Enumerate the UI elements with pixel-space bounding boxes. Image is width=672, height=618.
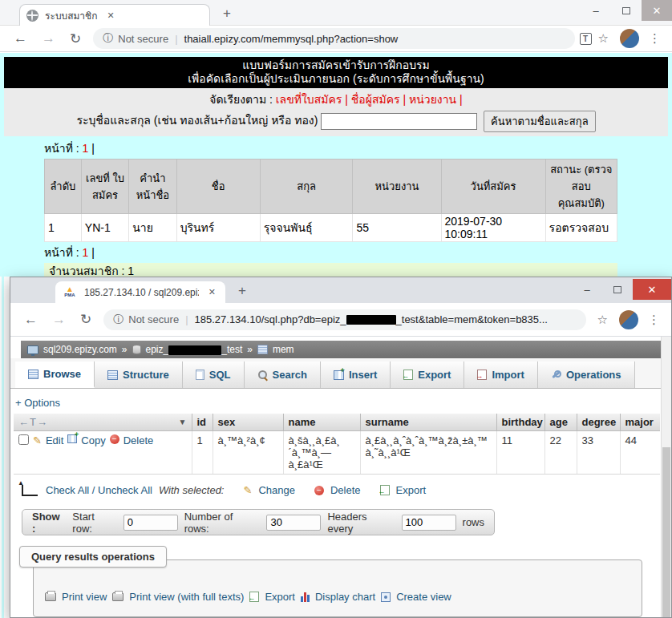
separator: |: [185, 313, 188, 325]
tab-search[interactable]: Search: [245, 362, 321, 388]
separator: |: [403, 93, 406, 106]
scrollbar-thumb[interactable]: [662, 447, 670, 617]
address-bar[interactable]: ⓘ Not secure | thaiall.epizy.com/memmysq…: [93, 28, 574, 49]
forward-icon[interactable]: →: [42, 30, 55, 46]
breadcrumb-database[interactable]: epiz__test: [146, 344, 243, 355]
row-checkbox[interactable]: [18, 434, 29, 445]
copy-icon: [67, 434, 77, 443]
tab-export[interactable]: Export: [391, 362, 464, 388]
close-button[interactable]: ✕: [642, 0, 672, 21]
tab-phpmyadmin[interactable]: ▲ PMA 185.27.134.10 / sql209.epizy.com ✕: [55, 281, 225, 303]
options-toggle[interactable]: + Options: [15, 397, 661, 409]
copy-link[interactable]: Copy: [81, 434, 105, 446]
maximize-button[interactable]: [611, 0, 642, 21]
tab-structure[interactable]: Structure: [95, 362, 183, 388]
sort-link-organization[interactable]: หน่วยงาน: [409, 93, 456, 106]
maximize-button[interactable]: [602, 279, 633, 300]
delete-link[interactable]: Delete: [123, 434, 154, 446]
minimize-button[interactable]: –: [581, 0, 611, 21]
delete-selected-link[interactable]: Delete: [330, 484, 361, 496]
print-view-link[interactable]: Print view: [62, 591, 107, 603]
edit-link[interactable]: Edit: [46, 434, 63, 446]
new-tab-button[interactable]: +: [223, 6, 231, 22]
tab-import[interactable]: Import: [464, 362, 537, 388]
check-all-link[interactable]: Check All / Uncheck All: [46, 484, 152, 496]
select-arrow-icon: [22, 485, 38, 496]
profile-avatar[interactable]: [619, 310, 638, 329]
url-text-suffix: _test&table=mem&token=b835...: [396, 313, 548, 325]
db-name-suffix: _test: [221, 344, 242, 355]
redaction-box: [346, 315, 396, 325]
headers-every-input[interactable]: [402, 515, 456, 531]
tab-close-icon[interactable]: ✕: [104, 10, 118, 22]
export-selected-link[interactable]: Export: [396, 484, 427, 496]
tab-label: Search: [273, 369, 307, 381]
page-number-link[interactable]: 1: [83, 142, 89, 155]
transpose-arrows-icon[interactable]: ←T→: [18, 416, 48, 428]
bookmark-star-icon[interactable]: ☆: [598, 31, 609, 46]
cell-actions: ✎ Edit Copy − Delete: [14, 431, 192, 475]
sort-descending-icon[interactable]: ▼: [179, 418, 187, 426]
info-icon[interactable]: ⓘ: [103, 31, 113, 46]
scrollbar[interactable]: [661, 337, 671, 617]
number-of-rows-input[interactable]: [266, 515, 321, 531]
cell-order: 1: [45, 214, 82, 242]
address-bar[interactable]: ⓘ Not secure | 185.27.134.10/sql.php?db=…: [103, 309, 585, 330]
col-birthday[interactable]: birthday: [496, 414, 544, 431]
col-surname[interactable]: surname: [360, 414, 496, 431]
bookmark-star-icon[interactable]: ☆: [597, 313, 608, 327]
sort-link-name[interactable]: ชื่อผู้สมัคร: [351, 93, 400, 106]
tab-strip: ระบบสมาชิก ✕ + – ✕: [0, 0, 672, 26]
translate-icon[interactable]: T: [580, 33, 592, 45]
breadcrumb-table[interactable]: mem: [273, 344, 294, 355]
search-input[interactable]: [321, 113, 477, 130]
phpmyadmin-page: sql209.epizy.com » epiz__test » mem Brow…: [10, 337, 661, 617]
minimize-button[interactable]: –: [572, 279, 602, 300]
tab-sql[interactable]: SQL: [183, 362, 245, 388]
page-number-link[interactable]: 1: [83, 246, 89, 259]
forward-icon[interactable]: →: [52, 312, 66, 328]
col-degree[interactable]: degree: [577, 414, 620, 431]
export-link[interactable]: Export: [265, 591, 295, 603]
col-name[interactable]: name: [283, 414, 360, 431]
tab-members[interactable]: ระบบสมาชิก ✕: [19, 4, 210, 26]
col-sex[interactable]: sex: [213, 414, 283, 431]
cell-status: รอตรวจสอบ: [545, 214, 617, 242]
query-results-operations-fieldset: Query results operations Print view Prin…: [33, 559, 642, 617]
col-major[interactable]: major: [620, 414, 660, 431]
breadcrumb-server[interactable]: sql209.epizy.com: [43, 344, 117, 355]
menu-dots-icon[interactable]: ⋮: [649, 31, 661, 46]
info-icon[interactable]: ⓘ: [113, 313, 123, 327]
sort-link-application-no[interactable]: เลขที่ใบสมัคร: [276, 93, 342, 106]
close-button[interactable]: ✕: [633, 279, 671, 300]
table-icon: [257, 345, 268, 354]
start-row-input[interactable]: [123, 515, 178, 531]
pma-text: PMA: [62, 293, 78, 297]
reload-icon[interactable]: ↻: [80, 311, 91, 328]
tab-label: Operations: [566, 369, 621, 381]
breadcrumb-separator: »: [247, 344, 253, 355]
security-label: Not secure: [118, 33, 168, 45]
tab-close-icon[interactable]: ✕: [205, 286, 219, 298]
display-chart-link[interactable]: Display chart: [315, 591, 375, 603]
col-id[interactable]: id: [192, 414, 213, 431]
grid-header-row: ←T→ ▼ id sex name surname birthday age d…: [14, 414, 660, 431]
tab-browse[interactable]: Browse: [15, 362, 95, 388]
menu-dots-icon[interactable]: ⋮: [648, 313, 660, 327]
window-controls: – ✕: [581, 0, 672, 21]
new-tab-button[interactable]: +: [238, 283, 246, 299]
change-link[interactable]: Change: [258, 484, 295, 496]
print-view-full-link[interactable]: Print view (with full texts): [129, 591, 244, 603]
profile-avatar[interactable]: [620, 29, 639, 48]
breadcrumb-separator: »: [122, 344, 128, 355]
search-button[interactable]: ค้นหาตามชื่อและสกุล: [484, 111, 596, 132]
col-age[interactable]: age: [544, 414, 577, 431]
back-icon[interactable]: ←: [24, 312, 38, 328]
reload-icon[interactable]: ↻: [70, 30, 81, 47]
tab-insert[interactable]: Insert: [321, 362, 391, 388]
show-options-bar: Show : Start row: Number of rows: Header…: [22, 509, 495, 535]
tab-operations[interactable]: Operations: [538, 362, 635, 388]
back-icon[interactable]: ←: [14, 30, 27, 46]
page-title: แบบฟอร์มการสมัครเข้ารับการฝึกอบรม เพื่อค…: [4, 57, 668, 88]
create-view-link[interactable]: Create view: [396, 591, 451, 603]
